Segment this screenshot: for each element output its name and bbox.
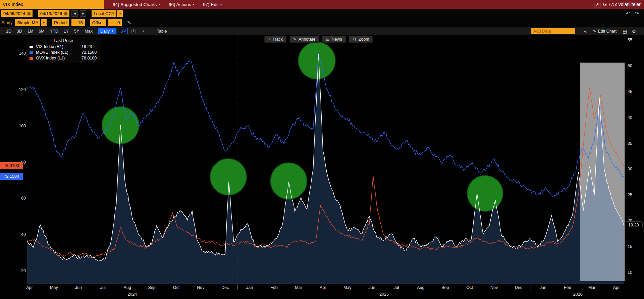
news-icon: ▤ xyxy=(326,37,329,42)
month-label: Jan xyxy=(246,285,253,290)
month-label: Jul xyxy=(394,285,399,290)
range-5y[interactable]: 5Y xyxy=(74,29,79,34)
chart-type-caret[interactable]: ▾ xyxy=(139,28,147,34)
tool-label: Annotate xyxy=(299,37,315,42)
prev-period-button[interactable]: ◀ xyxy=(71,10,78,17)
study-caret-icon[interactable]: ▾ xyxy=(41,19,47,26)
offset-label: Offset xyxy=(90,19,106,26)
month-label: Apr xyxy=(26,285,33,290)
annotate-icon: ✎ xyxy=(293,37,297,42)
start-date-input[interactable]: 04/06/2024 ▦ xyxy=(1,10,33,17)
legend-item-move[interactable]: MOVE Index (L1) 72.1500 xyxy=(30,50,97,55)
next-period-button[interactable]: ▶ xyxy=(80,10,86,17)
panel-icon[interactable]: ▤ xyxy=(623,29,627,34)
period-input[interactable]: 15 xyxy=(71,19,85,26)
menu-suggested-charts[interactable]: 94) Suggested Charts ▾ xyxy=(113,2,160,7)
annotate-button[interactable]: ✎ Annotate xyxy=(289,36,319,43)
chevron-down-icon: ▾ xyxy=(158,3,160,6)
edit-study-pencil-icon[interactable]: ✎ xyxy=(127,20,131,25)
legend-label: MOVE Index (L1) xyxy=(36,50,79,55)
ovx-last-price-badge: 78.0100 xyxy=(0,162,23,169)
green-circle-annotation[interactable] xyxy=(467,176,503,211)
legend-item-ovx[interactable]: OVX Index (L1) 78.0100 xyxy=(30,55,97,61)
right-axis-tick: 35 xyxy=(628,141,632,146)
bar-chart-type-button[interactable] xyxy=(129,28,138,34)
year-label: 2026 xyxy=(573,292,583,297)
edit-chart-button[interactable]: ✎ Edit Chart xyxy=(593,29,616,34)
chart-canvas[interactable]: 2040608010012014010152025303540455055Apr… xyxy=(0,35,644,299)
date-separator: - xyxy=(35,11,36,16)
tool-label: News xyxy=(332,37,342,42)
month-label: Aug xyxy=(417,285,424,290)
legend-item-vix[interactable]: VIX Index (R1) 19.23 xyxy=(30,44,97,50)
study-label: Study xyxy=(1,20,12,25)
right-axis-tick: 15 xyxy=(628,244,632,249)
edit-chart-label: Edit Chart xyxy=(598,29,617,34)
range-1d[interactable]: 1D xyxy=(6,29,11,34)
month-label: Oct xyxy=(173,285,180,290)
bloomberg-terminal-window: VIX Index 94) Suggested Charts ▾ 96) Act… xyxy=(0,0,644,299)
range-max[interactable]: Max xyxy=(85,29,93,34)
year-label: 2024 xyxy=(127,292,137,297)
offset-input[interactable]: 0 xyxy=(108,19,122,26)
month-label: Jun xyxy=(75,285,82,290)
period-label: Period xyxy=(52,19,69,26)
right-axis-tick: 50 xyxy=(628,63,632,68)
menu-label: 97) Edit xyxy=(203,2,219,7)
news-button[interactable]: ▤ News xyxy=(322,36,346,43)
collapse-button[interactable]: « xyxy=(584,29,587,34)
tool-label: Track xyxy=(272,37,283,42)
range-6m[interactable]: 6M xyxy=(39,29,44,34)
calendar-icon[interactable]: ▦ xyxy=(64,11,67,16)
right-axis-tick: 55 xyxy=(628,38,632,42)
frequency-select[interactable]: Daily ▼ xyxy=(98,28,116,34)
month-label: Dec xyxy=(515,285,522,290)
currency-caret-icon[interactable]: ▾ xyxy=(117,10,123,17)
range-3d[interactable]: 3D xyxy=(17,29,22,34)
chart-tools: + Track ✎ Annotate ▤ News Zoom xyxy=(264,36,373,43)
right-axis-tick: 25 xyxy=(628,193,632,197)
legend-label: VIX Index (R1) xyxy=(36,44,79,50)
menu-edit[interactable]: 97) Edit ▾ xyxy=(203,2,222,7)
line-chart-type-button[interactable] xyxy=(120,28,128,34)
gear-icon[interactable]: ⚙ xyxy=(632,29,636,34)
range-1m[interactable]: 1M xyxy=(28,29,33,34)
security-input[interactable]: VIX Index xyxy=(0,0,104,9)
currency-select[interactable]: Local CCY xyxy=(92,10,116,17)
legend-title: Last Price xyxy=(30,38,97,43)
month-label: Aug xyxy=(123,285,131,290)
month-label: Jul xyxy=(100,285,106,290)
undo-icon[interactable]: ↶ xyxy=(626,10,630,17)
vix-last-price-badge: 19.23 xyxy=(625,221,643,228)
left-axis-tick: 140 xyxy=(19,51,26,56)
calendar-icon[interactable]: ▦ xyxy=(27,11,31,16)
track-button[interactable]: + Track xyxy=(264,36,286,43)
track-icon: + xyxy=(268,37,270,42)
chart-area[interactable]: 2040608010012014010152025303540455055Apr… xyxy=(0,35,644,299)
redo-icon[interactable]: ↷ xyxy=(635,10,639,17)
right-axis-tick: 10 xyxy=(628,270,632,275)
month-label: Sep xyxy=(441,285,449,290)
range-1y[interactable]: 1Y xyxy=(64,29,69,34)
green-circle-annotation[interactable] xyxy=(299,42,335,79)
chart-toolbar: 1D 3D 1M 6M YTD 1Y 5Y Max Daily ▼ ▾ Tabl… xyxy=(0,27,644,35)
add-data-input[interactable]: Add Data xyxy=(531,28,575,34)
month-label: Apr xyxy=(320,285,326,290)
range-ytd[interactable]: YTD xyxy=(50,29,58,34)
end-date-input[interactable]: 04/13/2026 ▦ xyxy=(38,10,69,17)
move-last-price-badge: 72.1500 xyxy=(0,173,23,180)
vix-area-fill xyxy=(27,54,624,284)
start-date-value: 04/06/2024 xyxy=(3,11,25,16)
launch-icon[interactable]: ↗ xyxy=(594,2,600,7)
menu-actions[interactable]: 96) Actions ▾ xyxy=(169,2,194,7)
pencil-icon: ✎ xyxy=(593,29,596,34)
chevron-down-icon: ▾ xyxy=(220,3,222,6)
green-circle-annotation[interactable] xyxy=(271,163,307,199)
table-button[interactable]: Table xyxy=(157,29,167,34)
legend-value: 78.0100 xyxy=(82,55,97,61)
study-select[interactable]: Simple MA xyxy=(15,19,40,26)
zoom-button[interactable]: Zoom xyxy=(349,36,373,43)
date-range-bar: 04/06/2024 ▦ - 04/13/2026 ▦ ◀ ▶ Local CC… xyxy=(0,9,644,18)
right-axis-tick: 30 xyxy=(628,167,632,171)
move-color-swatch xyxy=(30,51,33,54)
